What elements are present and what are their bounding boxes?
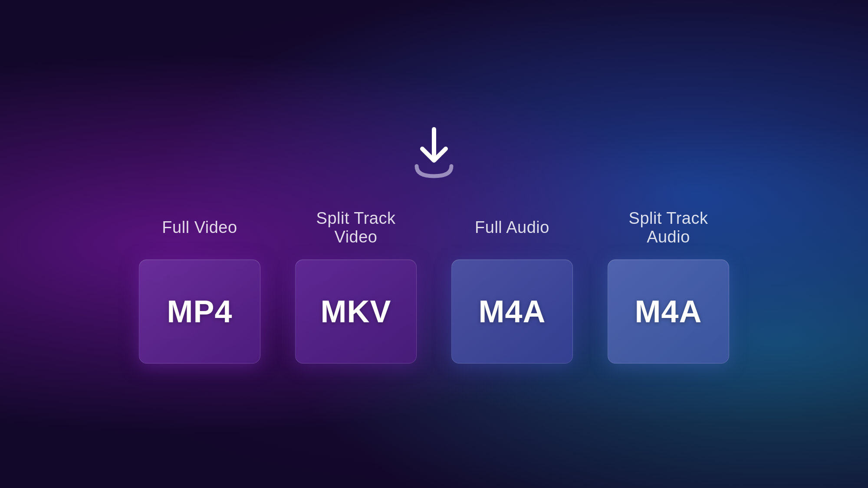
label-full-audio: Full Audio [451,218,573,237]
split-track-video-card[interactable]: MKV [295,259,417,364]
split-track-audio-format: M4A [635,294,702,329]
full-video-format: MP4 [167,294,232,329]
cards-section: Full Video Split Track Video Full Audio … [139,209,729,364]
label-full-video: Full Video [139,218,260,237]
full-audio-card[interactable]: M4A [451,259,573,364]
label-split-track-video: Split Track Video [295,209,417,246]
download-icon [406,125,462,181]
main-container: Full Video Split Track Video Full Audio … [0,0,868,488]
full-audio-format: M4A [478,294,546,329]
full-video-card[interactable]: MP4 [139,259,260,364]
cards-row: MP4 MKV M4A M4A [139,259,729,364]
split-track-video-format: MKV [321,294,391,329]
download-icon-wrapper [406,125,462,183]
labels-row: Full Video Split Track Video Full Audio … [139,209,729,246]
label-split-track-audio: Split Track Audio [608,209,729,246]
split-track-audio-card[interactable]: M4A [608,259,729,364]
